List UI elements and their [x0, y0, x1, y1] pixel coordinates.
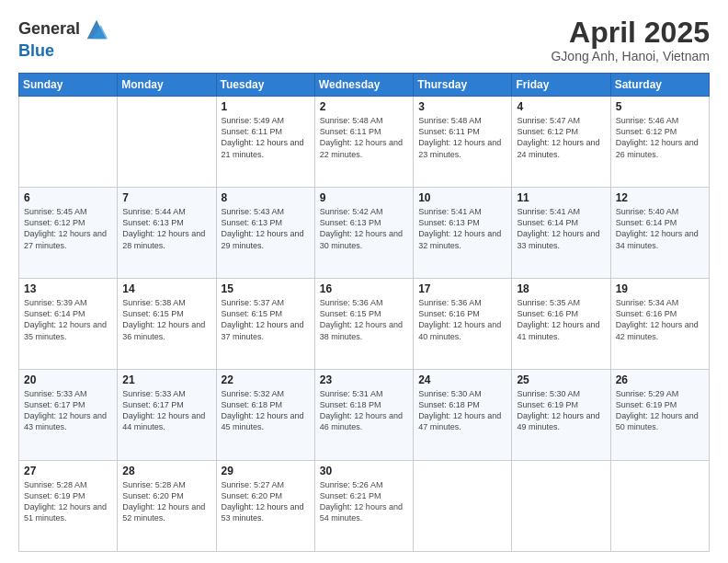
calendar-table: SundayMondayTuesdayWednesdayThursdayFrid… [18, 73, 710, 552]
day-number: 12 [616, 191, 704, 204]
calendar-cell: 23Sunrise: 5:31 AM Sunset: 6:18 PM Dayli… [314, 370, 413, 461]
weekday-header-thursday: Thursday [414, 74, 512, 97]
day-number: 23 [320, 373, 408, 386]
day-number: 20 [24, 373, 112, 386]
calendar-cell: 3Sunrise: 5:48 AM Sunset: 6:11 PM Daylig… [414, 97, 512, 188]
day-number: 14 [122, 282, 210, 295]
day-number: 21 [122, 373, 210, 386]
calendar-cell [118, 97, 216, 188]
day-number: 1 [222, 100, 310, 113]
day-info: Sunrise: 5:27 AM Sunset: 6:20 PM Dayligh… [222, 479, 310, 524]
day-number: 11 [517, 191, 605, 204]
calendar-header-row: SundayMondayTuesdayWednesdayThursdayFrid… [19, 74, 710, 97]
calendar-cell: 28Sunrise: 5:28 AM Sunset: 6:20 PM Dayli… [118, 461, 216, 552]
calendar-cell: 18Sunrise: 5:35 AM Sunset: 6:16 PM Dayli… [512, 279, 610, 370]
weekday-header-monday: Monday [118, 74, 216, 97]
day-info: Sunrise: 5:45 AM Sunset: 6:12 PM Dayligh… [24, 206, 112, 251]
calendar-cell: 1Sunrise: 5:49 AM Sunset: 6:11 PM Daylig… [216, 97, 314, 188]
weekday-header-friday: Friday [512, 74, 610, 97]
day-info: Sunrise: 5:44 AM Sunset: 6:13 PM Dayligh… [122, 206, 210, 251]
day-info: Sunrise: 5:41 AM Sunset: 6:13 PM Dayligh… [418, 206, 506, 251]
weekday-header-tuesday: Tuesday [216, 74, 314, 97]
day-number: 15 [222, 282, 310, 295]
day-info: Sunrise: 5:47 AM Sunset: 6:12 PM Dayligh… [517, 115, 605, 160]
calendar-cell: 22Sunrise: 5:32 AM Sunset: 6:18 PM Dayli… [216, 370, 314, 461]
day-info: Sunrise: 5:38 AM Sunset: 6:15 PM Dayligh… [122, 297, 210, 342]
calendar-week-row: 1Sunrise: 5:49 AM Sunset: 6:11 PM Daylig… [19, 97, 710, 188]
calendar-cell: 29Sunrise: 5:27 AM Sunset: 6:20 PM Dayli… [216, 461, 314, 552]
day-info: Sunrise: 5:43 AM Sunset: 6:13 PM Dayligh… [222, 206, 310, 251]
day-number: 10 [418, 191, 506, 204]
title-area: April 2025 GJong Anh, Hanoi, Vietnam [551, 17, 710, 63]
calendar-cell: 30Sunrise: 5:26 AM Sunset: 6:21 PM Dayli… [314, 461, 413, 552]
weekday-header-sunday: Sunday [19, 74, 118, 97]
calendar-week-row: 20Sunrise: 5:33 AM Sunset: 6:17 PM Dayli… [19, 370, 710, 461]
day-number: 19 [616, 282, 704, 295]
day-number: 18 [517, 282, 605, 295]
day-number: 26 [616, 373, 704, 386]
day-number: 22 [222, 373, 310, 386]
day-number: 17 [418, 282, 506, 295]
day-number: 27 [24, 465, 112, 477]
day-info: Sunrise: 5:41 AM Sunset: 6:14 PM Dayligh… [517, 206, 605, 251]
day-info: Sunrise: 5:37 AM Sunset: 6:15 PM Dayligh… [222, 297, 310, 342]
calendar-cell: 6Sunrise: 5:45 AM Sunset: 6:12 PM Daylig… [19, 188, 118, 279]
day-info: Sunrise: 5:33 AM Sunset: 6:17 PM Dayligh… [122, 388, 210, 433]
day-info: Sunrise: 5:46 AM Sunset: 6:12 PM Dayligh… [616, 115, 704, 160]
calendar-cell [512, 461, 610, 552]
day-number: 2 [320, 100, 408, 113]
location-subtitle: GJong Anh, Hanoi, Vietnam [551, 49, 710, 63]
day-info: Sunrise: 5:40 AM Sunset: 6:14 PM Dayligh… [616, 206, 704, 251]
calendar-cell: 27Sunrise: 5:28 AM Sunset: 6:19 PM Dayli… [19, 461, 118, 552]
calendar-cell: 2Sunrise: 5:48 AM Sunset: 6:11 PM Daylig… [314, 97, 413, 188]
logo-text: General [18, 20, 80, 39]
calendar-cell: 21Sunrise: 5:33 AM Sunset: 6:17 PM Dayli… [118, 370, 216, 461]
day-number: 8 [222, 191, 310, 204]
day-info: Sunrise: 5:49 AM Sunset: 6:11 PM Dayligh… [222, 115, 310, 160]
day-number: 24 [418, 373, 506, 386]
day-info: Sunrise: 5:34 AM Sunset: 6:16 PM Dayligh… [616, 297, 704, 342]
weekday-header-saturday: Saturday [610, 74, 709, 97]
day-number: 9 [320, 191, 408, 204]
calendar-cell: 11Sunrise: 5:41 AM Sunset: 6:14 PM Dayli… [512, 188, 610, 279]
day-info: Sunrise: 5:42 AM Sunset: 6:13 PM Dayligh… [320, 206, 408, 251]
day-info: Sunrise: 5:36 AM Sunset: 6:16 PM Dayligh… [418, 297, 506, 342]
calendar-cell: 8Sunrise: 5:43 AM Sunset: 6:13 PM Daylig… [216, 188, 314, 279]
day-number: 13 [24, 282, 112, 295]
calendar-cell: 9Sunrise: 5:42 AM Sunset: 6:13 PM Daylig… [314, 188, 413, 279]
calendar-cell: 5Sunrise: 5:46 AM Sunset: 6:12 PM Daylig… [610, 97, 709, 188]
day-info: Sunrise: 5:33 AM Sunset: 6:17 PM Dayligh… [24, 388, 112, 433]
weekday-header-wednesday: Wednesday [314, 74, 413, 97]
calendar-cell: 12Sunrise: 5:40 AM Sunset: 6:14 PM Dayli… [610, 188, 709, 279]
calendar-cell: 10Sunrise: 5:41 AM Sunset: 6:13 PM Dayli… [414, 188, 512, 279]
calendar-cell: 24Sunrise: 5:30 AM Sunset: 6:18 PM Dayli… [414, 370, 512, 461]
calendar-cell: 4Sunrise: 5:47 AM Sunset: 6:12 PM Daylig… [512, 97, 610, 188]
day-number: 6 [24, 191, 112, 204]
calendar-cell [414, 461, 512, 552]
month-title: April 2025 [551, 17, 710, 49]
day-number: 28 [122, 465, 210, 477]
day-info: Sunrise: 5:30 AM Sunset: 6:18 PM Dayligh… [418, 388, 506, 433]
day-number: 3 [418, 100, 506, 113]
logo-icon [84, 17, 109, 42]
day-info: Sunrise: 5:36 AM Sunset: 6:15 PM Dayligh… [320, 297, 408, 342]
logo-blue-text: Blue [18, 42, 54, 61]
day-info: Sunrise: 5:30 AM Sunset: 6:19 PM Dayligh… [517, 388, 605, 433]
day-info: Sunrise: 5:35 AM Sunset: 6:16 PM Dayligh… [517, 297, 605, 342]
calendar-week-row: 13Sunrise: 5:39 AM Sunset: 6:14 PM Dayli… [19, 279, 710, 370]
calendar-cell: 26Sunrise: 5:29 AM Sunset: 6:19 PM Dayli… [610, 370, 709, 461]
header: General Blue April 2025 GJong Anh, Hanoi… [18, 17, 710, 63]
calendar-cell: 14Sunrise: 5:38 AM Sunset: 6:15 PM Dayli… [118, 279, 216, 370]
day-number: 4 [517, 100, 605, 113]
calendar-cell: 17Sunrise: 5:36 AM Sunset: 6:16 PM Dayli… [414, 279, 512, 370]
day-info: Sunrise: 5:32 AM Sunset: 6:18 PM Dayligh… [222, 388, 310, 433]
day-info: Sunrise: 5:31 AM Sunset: 6:18 PM Dayligh… [320, 388, 408, 433]
day-info: Sunrise: 5:48 AM Sunset: 6:11 PM Dayligh… [320, 115, 408, 160]
day-info: Sunrise: 5:28 AM Sunset: 6:20 PM Dayligh… [122, 479, 210, 524]
day-number: 7 [122, 191, 210, 204]
day-info: Sunrise: 5:29 AM Sunset: 6:19 PM Dayligh… [616, 388, 704, 433]
day-number: 5 [616, 100, 704, 113]
calendar-week-row: 6Sunrise: 5:45 AM Sunset: 6:12 PM Daylig… [19, 188, 710, 279]
day-number: 16 [320, 282, 408, 295]
day-number: 25 [517, 373, 605, 386]
